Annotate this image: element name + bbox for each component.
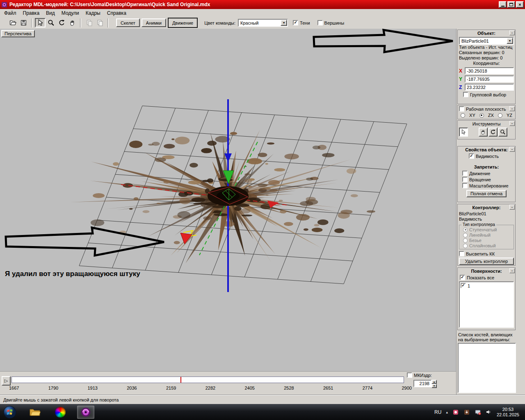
type-bezier-label: Безье <box>469 238 482 243</box>
collapse-button[interactable]: - <box>509 205 515 210</box>
rotate-tool-button[interactable] <box>488 128 498 137</box>
highlight-kk-checkbox[interactable] <box>459 251 464 256</box>
visibility-checkbox[interactable]: ✓ <box>469 153 474 159</box>
group-select-checkbox[interactable] <box>463 92 468 97</box>
plane-yz-radio[interactable] <box>498 113 502 118</box>
tray-update-icon[interactable] <box>463 409 470 415</box>
timeline-tick-labels: 1667 1790 1913 2036 2159 2282 2405 2528 … <box>9 386 412 390</box>
anims-mode-button[interactable]: Анимки <box>142 18 166 27</box>
plane-zx-radio[interactable] <box>479 113 484 118</box>
full-cancel-button[interactable]: Полная отмена <box>466 190 507 197</box>
minimize-button[interactable] <box>499 1 507 8</box>
menu-help[interactable]: Справка <box>104 9 130 17</box>
play-button[interactable]: ▷ <box>2 376 11 386</box>
menu-file[interactable]: Файл <box>1 9 20 17</box>
tray-app-icon[interactable] <box>452 409 459 415</box>
plane-zx-label: ZX <box>488 113 494 118</box>
menu-frames[interactable]: Кадры <box>82 9 104 17</box>
paste-button[interactable] <box>94 18 105 27</box>
frame-input[interactable] <box>413 380 431 387</box>
close-button[interactable]: × <box>516 1 524 8</box>
volume-icon-button[interactable] <box>486 409 492 415</box>
surfaces-list[interactable]: ✓ 1 <box>459 281 514 328</box>
y-coordinate-input[interactable] <box>465 75 514 82</box>
viewport-3d[interactable]: Перспектива Я удалил вот эту вращающуюся… <box>0 29 456 371</box>
z-coordinate-input[interactable] <box>465 84 514 91</box>
copy-icon <box>86 19 93 26</box>
rotate-tool-button[interactable] <box>56 18 67 27</box>
team-color-select[interactable]: Красный ▼ <box>238 19 288 27</box>
magnifier-icon <box>48 19 55 26</box>
collapse-button[interactable]: - <box>509 268 515 273</box>
explorer-taskbar-button[interactable] <box>26 406 43 419</box>
vertices-label: Вершины <box>324 21 345 25</box>
skeleton-mode-button[interactable]: Скелет <box>116 18 140 27</box>
collapse-button[interactable]: - <box>509 147 515 152</box>
check-icon: ✓ <box>461 283 465 288</box>
y-axis-label: Y <box>459 76 463 82</box>
colorwheel-taskbar-button[interactable] <box>52 406 69 419</box>
tools-panel: Инструменты - <box>457 120 516 139</box>
frame-spin-down-button[interactable]: ▼ <box>431 384 437 388</box>
delete-controller-button[interactable]: Удалить контроллер <box>459 258 514 265</box>
network-status-icon[interactable] <box>475 409 481 415</box>
check-icon: ✓ <box>461 275 464 279</box>
menu-view[interactable]: Вид <box>43 9 58 17</box>
tick-label: 2159 <box>166 386 176 390</box>
surface-list-item[interactable]: ✓ 1 <box>461 283 512 288</box>
x-coordinate-input[interactable] <box>465 67 514 74</box>
tick-label: 1913 <box>88 386 98 390</box>
status-bar: Двигайте мышь с зажатой левой кнопкой дл… <box>0 395 525 404</box>
object-properties-panel: Свойства объекта: - ✓ Видимость Запретит… <box>457 146 516 202</box>
type-step-radio[interactable] <box>463 228 468 232</box>
type-linear-radio[interactable] <box>463 233 468 237</box>
forbid-move-checkbox[interactable] <box>462 171 468 176</box>
clock[interactable]: 20:53 22.01.2025 <box>497 407 523 418</box>
movement-mode-button[interactable]: Движение <box>168 18 198 28</box>
menu-edit[interactable]: Правка <box>20 9 43 17</box>
chevron-down-icon[interactable]: ▼ <box>507 38 513 44</box>
forbid-rotate-checkbox[interactable] <box>462 177 468 182</box>
chevron-down-icon[interactable]: ▼ <box>281 20 287 26</box>
work-plane-checkbox[interactable] <box>459 106 464 112</box>
bones-list[interactable] <box>458 343 516 393</box>
frame-spin-up-button[interactable]: ▲ <box>431 380 437 384</box>
collapse-button[interactable]: - <box>509 106 515 111</box>
menu-modules[interactable]: Модули <box>58 9 82 17</box>
view-mode-button[interactable]: Перспектива <box>1 30 35 37</box>
select-tool-button[interactable] <box>459 128 468 137</box>
vertices-checkbox[interactable] <box>317 20 323 25</box>
copy-button[interactable] <box>84 18 94 27</box>
bones-list-label: Список костей, влияющих на выбранные вер… <box>458 332 516 342</box>
object-select[interactable]: BlizParticle01 ▼ <box>459 37 514 45</box>
status-text: Двигайте мышь с зажатой левой кнопкой дл… <box>3 397 119 402</box>
forbid-scale-checkbox[interactable] <box>462 183 468 188</box>
timeline-playhead[interactable] <box>180 377 181 383</box>
type-step-label: Ступенчатый <box>469 227 497 232</box>
type-spline-radio[interactable] <box>463 244 468 248</box>
maximize-button[interactable] <box>507 1 515 8</box>
zoom-tool-button[interactable] <box>46 18 56 27</box>
surface-checkbox[interactable]: ✓ <box>461 283 466 288</box>
pan-tool-button[interactable] <box>67 18 78 27</box>
tray-expand-icon[interactable]: ▴ <box>446 410 448 414</box>
tick-label: 1790 <box>48 386 58 390</box>
type-bezier-radio[interactable] <box>463 238 468 243</box>
show-all-checkbox[interactable]: ✓ <box>460 275 465 280</box>
collapse-button[interactable]: - <box>509 121 515 126</box>
work-plane-panel: Рабочая плоскость - XY ZX YZ <box>457 105 516 119</box>
plane-xy-radio[interactable] <box>461 113 465 118</box>
folder-icon <box>29 407 41 417</box>
language-indicator[interactable]: RU <box>434 409 441 415</box>
shadows-checkbox[interactable]: ✓ <box>293 20 298 25</box>
zoom-tool-button[interactable] <box>498 128 507 137</box>
timeline-slider[interactable] <box>11 377 404 383</box>
select-tool-button[interactable] <box>35 18 46 27</box>
mk-checkbox[interactable] <box>407 372 412 378</box>
mdl-editor-taskbar-button[interactable] <box>77 406 94 419</box>
open-button[interactable] <box>7 18 18 27</box>
pan-tool-button[interactable] <box>479 128 488 137</box>
collapse-button[interactable]: - <box>509 30 515 35</box>
start-button[interactable] <box>2 405 17 420</box>
save-button[interactable] <box>18 18 29 27</box>
